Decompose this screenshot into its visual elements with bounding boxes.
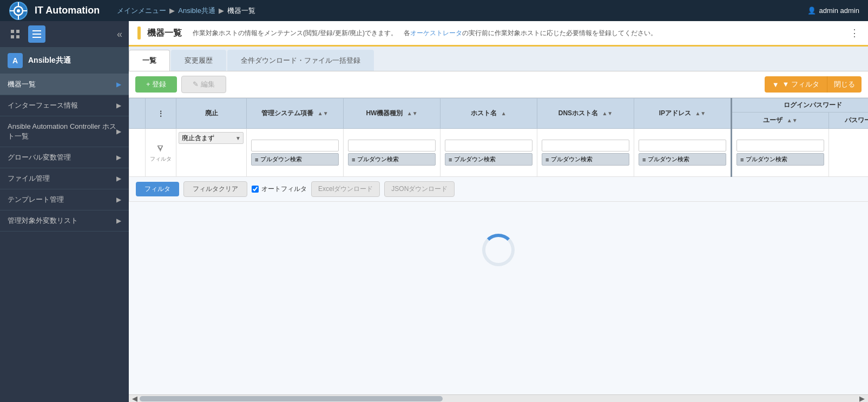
sidebar-item-arrow-3: ▶ <box>116 154 121 161</box>
filter-dns-input[interactable] <box>542 140 629 151</box>
sidebar-item-template-mgmt[interactable]: テンプレート管理 ▶ <box>0 189 129 210</box>
filter-hostname-input[interactable] <box>445 140 532 151</box>
haishi-select[interactable]: 廃止含まず 廃止のみ 全レコード <box>179 132 244 144</box>
auto-filter-checkbox[interactable] <box>252 186 259 193</box>
filter-dns-cell: ≡ プルダウン検索 <box>537 129 634 177</box>
apply-filter-button[interactable]: フィルタ <box>136 182 179 196</box>
orchestrator-link[interactable]: オーケストレータ <box>410 29 462 37</box>
filter-kanri-dropdown[interactable]: ≡ プルダウン検索 <box>251 153 339 166</box>
page-header-menu-btn[interactable]: ⋮ <box>850 27 859 39</box>
sidebar-item-label: 管理対象外変数リスト <box>8 216 78 226</box>
filter-hostname-dropdown[interactable]: ≡ プルダウン検索 <box>445 153 532 166</box>
svg-rect-12 <box>32 34 41 35</box>
th-kanri-bangou[interactable]: 管理システム項番 ▲▼ <box>247 98 344 129</box>
filter-hw-input[interactable] <box>348 140 436 151</box>
filter-hw-cell: ≡ プルダウン検索 <box>344 129 440 177</box>
filter-kanri-input[interactable] <box>251 140 339 151</box>
sort-icon-2: ▲▼ <box>407 110 418 116</box>
sidebar-item-kiki-ichiran[interactable]: 機器一覧 ▶ <box>0 74 129 95</box>
loading-spinner <box>482 234 515 266</box>
register-button[interactable]: + 登録 <box>135 76 177 93</box>
th-dns-hostname[interactable]: DNSホスト名 ▲▼ <box>537 98 634 129</box>
filter-button[interactable]: ▼ ▼ フィルタ <box>765 76 827 93</box>
close-filter-button[interactable]: 閉じる <box>827 76 862 93</box>
sidebar-item-file-mgmt[interactable]: ファイル管理 ▶ <box>0 168 129 189</box>
filter-ip-input[interactable] <box>639 140 726 151</box>
th-actions: ⋮ <box>146 98 176 129</box>
ansible-avatar: A <box>8 53 23 68</box>
sidebar-item-interface[interactable]: インターフェース情報 ▶ <box>0 95 129 116</box>
th-password[interactable]: パスワード <box>829 113 869 129</box>
breadcrumb-item-1[interactable]: メインメニュー <box>117 6 166 16</box>
svg-rect-11 <box>32 30 41 31</box>
haishi-select-wrapper[interactable]: 廃止含まず 廃止のみ 全レコード ▼ <box>179 132 244 144</box>
scroll-thumb[interactable] <box>140 396 443 401</box>
sidebar-collapse-btn[interactable]: « <box>117 29 122 40</box>
sidebar-top-icons: « <box>0 21 129 48</box>
toolbar: + 登録 ✎ 編集 ▼ ▼ フィルタ 閉じる <box>129 71 868 98</box>
edit-button[interactable]: ✎ 編集 <box>181 76 226 93</box>
sidebar-menu: 機器一覧 ▶ インターフェース情報 ▶ Ansible Automation C… <box>0 74 129 402</box>
svg-rect-7 <box>11 30 14 33</box>
sidebar-item-label: グローバル変数管理 <box>8 153 71 162</box>
filter-user-dropdown[interactable]: ≡ プルダウン検索 <box>737 153 824 166</box>
tab-download-upload[interactable]: 全件ダウンロード・ファイル一括登録 <box>227 50 374 71</box>
horizontal-scrollbar[interactable]: ◀ ▶ <box>129 394 868 402</box>
sidebar-item-label: Ansible Automation Controller ホスト一覧 <box>8 122 116 141</box>
sidebar-item-global-vars[interactable]: グローバル変数管理 ▶ <box>0 147 129 168</box>
ansible-label: Ansible共通 <box>28 56 71 65</box>
th-hw-kiki[interactable]: HW機器種別 ▲▼ <box>344 98 440 129</box>
dropdown-icon: ≡ <box>255 156 258 163</box>
th-ip-address[interactable]: IPアドレス ▲▼ <box>634 98 732 129</box>
th-user[interactable]: ユーザ ▲▼ <box>732 113 829 129</box>
filter-label: フィルタ <box>150 155 172 163</box>
grid-icon-btn[interactable] <box>6 25 24 43</box>
page-header-accent <box>137 27 141 39</box>
breadcrumb-item-3: 機器一覧 <box>227 6 255 16</box>
filter-ip-dropdown[interactable]: ≡ プルダウン検索 <box>639 153 726 166</box>
scroll-left-btn[interactable]: ◀ <box>130 394 140 402</box>
json-download-button[interactable]: JSONダウンロード <box>384 181 455 197</box>
clear-filter-button[interactable]: フィルタクリア <box>183 181 247 197</box>
dropdown-icon-3: ≡ <box>449 156 452 163</box>
excel-download-button[interactable]: Excelダウンロード <box>311 181 380 197</box>
filter-hw-dropdown[interactable]: ≡ プルダウン検索 <box>348 153 436 166</box>
sidebar-item-label: ファイル管理 <box>8 174 50 183</box>
scroll-right-btn[interactable]: ▶ <box>857 394 867 402</box>
app-title: IT Automation <box>35 5 100 16</box>
tab-ichiran[interactable]: 一覧 <box>129 50 170 71</box>
filter-dns-dropdown[interactable]: ≡ プルダウン検索 <box>542 153 629 166</box>
filter-ip-cell: ≡ プルダウン検索 <box>634 129 732 177</box>
auto-filter-label[interactable]: オートフィルタ <box>252 184 307 194</box>
breadcrumb-item-2[interactable]: Ansible共通 <box>178 6 215 16</box>
tab-henko-rekishi[interactable]: 変更履歴 <box>171 50 226 71</box>
sidebar-item-ansible-controller[interactable]: Ansible Automation Controller ホスト一覧 ▶ <box>0 116 129 147</box>
filter-haishi-cell: 廃止含まず 廃止のみ 全レコード ▼ <box>176 129 247 177</box>
loading-overlay <box>477 228 520 272</box>
filter-user-input[interactable] <box>737 140 824 151</box>
header-left: IT Automation メインメニュー ▶ Ansible共通 ▶ 機器一覧 <box>9 1 255 21</box>
filter-button-group: ▼ ▼ フィルタ 閉じる <box>765 76 862 93</box>
svg-point-2 <box>17 9 20 12</box>
page-title: 機器一覧 <box>147 28 182 39</box>
table-container[interactable]: ⋮ 廃止 管理システム項番 ▲▼ HW機器種別 ▲▼ <box>129 98 868 402</box>
main-table: ⋮ 廃止 管理システム項番 ▲▼ HW機器種別 ▲▼ <box>129 98 868 202</box>
filter-user-cell: ≡ プルダウン検索 <box>732 129 829 177</box>
page-header: 機器一覧 作業対象ホストの情報をメンテナンス(閲覧/登録/更新/廃止)できます。… <box>129 21 868 47</box>
th-hostname[interactable]: ホスト名 ▲ <box>440 98 537 129</box>
sidebar-item-label: 機器一覧 <box>8 80 36 89</box>
dropdown-icon-2: ≡ <box>352 156 355 163</box>
svg-rect-9 <box>11 35 14 38</box>
list-icon-btn[interactable] <box>28 25 45 43</box>
app-header: IT Automation メインメニュー ▶ Ansible共通 ▶ 機器一覧… <box>0 0 868 21</box>
sidebar-item-excluded-vars[interactable]: 管理対象外変数リスト ▶ <box>0 210 129 232</box>
filter-actions: フィルタ フィルタクリア オートフィルタ Excelダウンロード JSONダウン… <box>136 181 868 197</box>
filter-icon-cell: ⛛ フィルタ <box>146 129 176 177</box>
user-name: admin admin <box>819 6 859 15</box>
svg-rect-8 <box>16 30 19 33</box>
user-icon: 👤 <box>807 6 816 15</box>
svg-rect-10 <box>16 35 19 38</box>
th-checkbox <box>129 98 146 129</box>
user-info[interactable]: 👤 admin admin <box>807 6 859 15</box>
th-haishi[interactable]: 廃止 <box>176 98 247 129</box>
